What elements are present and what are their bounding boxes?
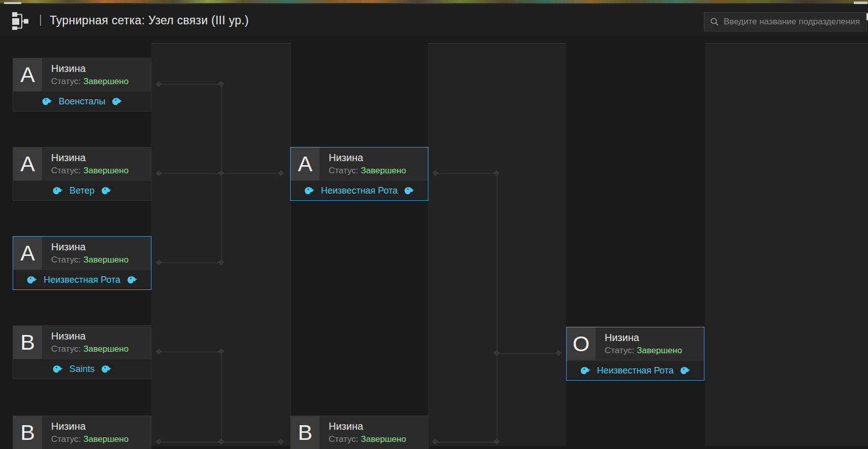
match-group-letter: B xyxy=(13,326,42,359)
team-logo-icon xyxy=(42,97,53,106)
match-status: Статус:Завершено xyxy=(51,77,129,87)
map-name: Низина xyxy=(51,241,129,253)
bracket-connector-line xyxy=(436,173,497,174)
team-logo-icon xyxy=(304,186,315,195)
bracket-connector-line xyxy=(221,352,222,442)
search-icon xyxy=(710,17,719,26)
match-group-letter: A xyxy=(13,237,42,270)
final-match-card[interactable]: O Низина Статус:Завершено Неизвестная Ро… xyxy=(566,327,704,381)
match-card[interactable]: B Низина Статус:Завершено Saints xyxy=(13,325,151,379)
team-logo-icon xyxy=(580,366,591,375)
map-name: Низина xyxy=(329,152,406,164)
winner-team-row[interactable]: Ветер xyxy=(13,180,151,200)
team-logo-icon xyxy=(52,365,63,373)
match-card[interactable]: B Низина Статус:Завершено xyxy=(13,416,151,449)
team-logo-icon xyxy=(111,97,123,106)
match-card-selected[interactable]: A Низина Статус:Завершено Неизвестная Ро… xyxy=(290,147,428,201)
match-group-letter: A xyxy=(13,147,42,180)
match-status: Статус:Завершено xyxy=(51,255,129,265)
match-group-letter: B xyxy=(13,416,42,449)
window-corner-accent-left xyxy=(4,2,21,4)
bracket-connector-line xyxy=(497,173,497,442)
team-logo-icon xyxy=(26,276,37,284)
bracket-connector-line xyxy=(436,442,497,442)
match-group-letter: A xyxy=(291,147,320,180)
match-group-letter: A xyxy=(13,58,42,91)
match-card[interactable]: A Низина Статус:Завершено Ветер xyxy=(13,147,151,201)
team-logo-icon xyxy=(404,186,415,195)
match-card-selected[interactable]: A Низина Статус:Завершено Неизвестная Ро… xyxy=(13,236,151,290)
team-name: Неизвестная Рота xyxy=(321,185,398,196)
team-name: Неизвестная Рота xyxy=(597,365,674,376)
match-group-letter: B xyxy=(291,416,320,449)
game-world-strip-bottom xyxy=(0,0,868,3)
match-card[interactable]: B Низина Статус:Завершено xyxy=(290,416,428,449)
bracket-connector-line xyxy=(497,353,559,354)
match-status: Статус:Завершено xyxy=(329,166,406,176)
window-corner-accent-right xyxy=(854,2,867,4)
match-status: Статус:Завершено xyxy=(329,434,406,444)
team-logo-icon xyxy=(52,186,63,195)
winner-team-row[interactable]: Военсталы xyxy=(13,91,151,111)
match-status: Статус:Завершено xyxy=(51,166,129,176)
team-logo-icon xyxy=(101,186,112,195)
bracket-connector-line xyxy=(159,352,221,352)
match-status: Статус:Завершено xyxy=(605,346,682,356)
bracket-connector-line xyxy=(159,263,221,263)
header-separator xyxy=(40,15,41,26)
team-name: Неизвестная Рота xyxy=(44,275,121,285)
winner-team-row[interactable]: Неизвестная Рота xyxy=(13,270,151,289)
team-name: Ветер xyxy=(69,185,94,196)
winner-team-row[interactable]: Неизвестная Рота xyxy=(291,180,428,200)
connector-column-stripe xyxy=(705,43,868,446)
bracket-connector-line xyxy=(159,84,221,85)
page-title: Турнирная сетка: Узел связи (III ур.) xyxy=(50,14,249,27)
map-name: Низина xyxy=(51,330,129,342)
bracket-icon xyxy=(12,11,29,30)
tournament-bracket-screen: Турнирная сетка: Узел связи (III ур.) xyxy=(0,0,868,449)
header-bar: Турнирная сетка: Узел связи (III ур.) xyxy=(0,4,868,37)
match-group-letter: O xyxy=(567,327,596,360)
map-name: Низина xyxy=(51,63,129,74)
winner-team-row[interactable]: Saints xyxy=(13,359,151,379)
team-logo-icon xyxy=(101,365,112,373)
map-name: Низина xyxy=(51,421,129,432)
map-name: Низина xyxy=(329,421,406,432)
map-name: Низина xyxy=(605,332,682,344)
team-name: Военсталы xyxy=(59,96,105,107)
search-box[interactable] xyxy=(704,12,867,31)
match-status: Статус:Завершено xyxy=(51,434,129,444)
team-logo-icon xyxy=(127,276,138,284)
team-name: Saints xyxy=(69,364,95,375)
match-card[interactable]: A Низина Статус:Завершено Военсталы xyxy=(13,58,151,111)
match-status: Статус:Завершено xyxy=(51,344,129,354)
team-logo-icon xyxy=(680,366,691,375)
map-name: Низина xyxy=(51,152,129,164)
winner-team-row[interactable]: Неизвестная Рота xyxy=(567,360,704,380)
search-input[interactable] xyxy=(719,17,866,27)
